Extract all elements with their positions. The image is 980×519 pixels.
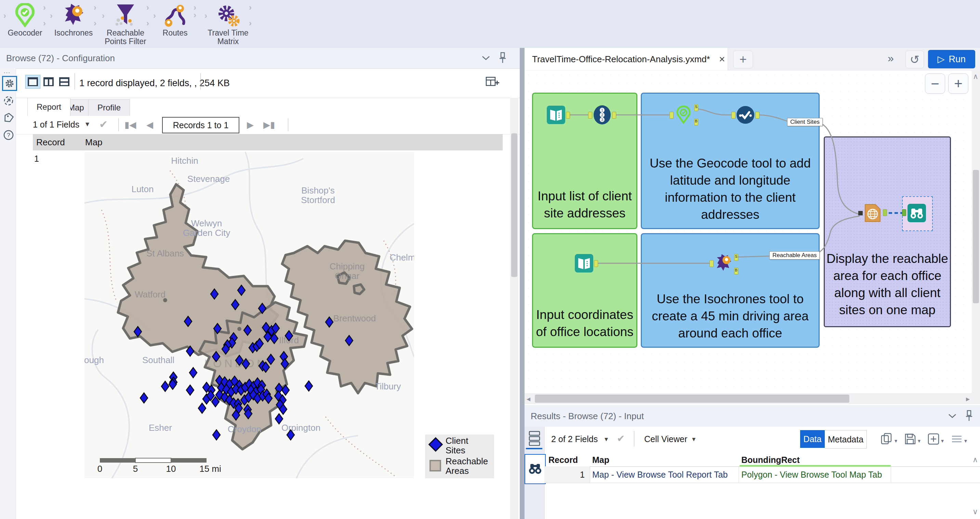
data-tab-button[interactable]: Data (800, 430, 825, 448)
output-anchor-b: B (694, 119, 698, 126)
cell-boundingrect[interactable]: Polygon - View Browse Tool Map Tab (741, 466, 882, 483)
copy-icon[interactable] (880, 432, 894, 446)
prev-record-button[interactable]: ◀ (146, 119, 153, 130)
scroll-left-icon[interactable]: ◂ (527, 395, 530, 403)
record-id-tool[interactable]: 1 2 3 (592, 105, 612, 125)
column-header-record[interactable]: Record (33, 134, 83, 150)
schedule-history-button[interactable]: ↺ (905, 51, 924, 68)
workflow-tab-title: TravelTime-Office-Relocation-Analysis.yx… (532, 54, 710, 65)
save-icon[interactable] (904, 432, 917, 446)
menu-lines-icon[interactable] (950, 432, 964, 446)
vertical-split-layout-button[interactable] (41, 75, 56, 89)
map-label-watford: Watford (135, 289, 165, 299)
next-record-button[interactable]: ▶ (247, 119, 254, 130)
new-window-icon[interactable] (927, 432, 940, 446)
results-col-record[interactable]: Record (549, 455, 578, 465)
run-button[interactable]: ▷ Run (928, 50, 975, 68)
palette-tool-isochrones[interactable]: › › › Isochrones (51, 2, 96, 37)
overflow-tabs-button[interactable]: » (888, 52, 894, 65)
results-col-map[interactable]: Map (592, 455, 609, 465)
tab-report[interactable]: Report (27, 98, 70, 116)
input-anchor (732, 112, 735, 119)
anchor-chevron-icon: › (249, 3, 252, 12)
browse-panel-header: Browse (72) - Configuration (0, 48, 520, 69)
cell-viewer-dropdown-icon[interactable]: ▾ (692, 435, 695, 443)
workflow-canvas[interactable]: Input list of client site addresses Use … (525, 71, 972, 393)
records-range-box[interactable]: Records 1 to 1 (162, 117, 239, 133)
minus-icon: − (931, 76, 939, 92)
new-window-dropdown-icon[interactable]: ▾ (941, 438, 944, 444)
menu-dropdown-icon[interactable]: ▾ (964, 438, 967, 444)
panel-splitter[interactable] (520, 48, 525, 519)
horizontal-split-layout-button[interactable] (57, 75, 72, 89)
navigation-tab-button[interactable] (3, 95, 14, 107)
collapse-chevron-icon[interactable] (948, 413, 957, 419)
results-col-boundingrect[interactable]: BoundingRect (741, 455, 800, 465)
browse-tool[interactable] (907, 203, 927, 223)
binoculars-icon (528, 463, 542, 475)
wire-label-client-sites[interactable]: Client Sites (787, 118, 823, 126)
output-anchor (883, 209, 887, 216)
report-map-tool[interactable] (862, 203, 882, 223)
isochrones-tool[interactable]: S B (714, 253, 733, 273)
wire-label-reachable-areas[interactable]: Reachable Areas (769, 251, 819, 260)
help-tab-button[interactable]: ? (3, 129, 14, 141)
palette-tool-travel-time-matrix[interactable]: › › › Travel Time Matrix (202, 2, 254, 46)
anchor-chevron-icon: › (249, 19, 252, 28)
pin-icon[interactable] (498, 52, 507, 64)
apply-check-icon[interactable]: ✔ (99, 118, 108, 130)
canvas-h-scrollbar[interactable]: ◂ ▸ (525, 393, 972, 404)
save-dropdown-icon[interactable]: ▾ (918, 438, 921, 444)
browse-view-tabs: Report Map Profile (16, 98, 520, 116)
cell-viewer-button[interactable]: Cell Viewer (644, 434, 687, 444)
copy-dropdown-icon[interactable]: ▾ (894, 438, 897, 444)
scroll-right-icon[interactable]: ▸ (966, 395, 970, 403)
palette-tool-geocoder[interactable]: › › › Geocoder (5, 2, 45, 37)
tag-tab-button[interactable] (3, 112, 14, 124)
fields-dropdown-icon[interactable]: ▾ (86, 119, 89, 129)
apply-check-icon[interactable]: ✔ (617, 433, 625, 444)
fields-dropdown-icon[interactable]: ▾ (605, 435, 608, 443)
browse-source-cell[interactable] (525, 454, 546, 484)
workflow-tab[interactable]: TravelTime-Office-Relocation-Analysis.yx… (525, 48, 728, 70)
select-tool[interactable] (735, 105, 755, 125)
tab-profile[interactable]: Profile (88, 99, 130, 116)
collapse-chevron-icon[interactable] (482, 56, 490, 61)
first-record-button[interactable]: ▮◀ (124, 119, 136, 130)
canvas-v-scrollbar[interactable]: ∧ (972, 71, 980, 404)
input-data-tool[interactable] (546, 105, 566, 125)
output-anchor (594, 260, 598, 267)
column-header-map[interactable]: Map (82, 134, 503, 150)
browse-scrollbar[interactable] (510, 98, 519, 519)
record-navigator: 1 of 1 Fields ▾ ✔ ▮◀ ◀ Records 1 to 1 ▶ … (16, 116, 520, 134)
table-options-button[interactable] (485, 76, 499, 89)
new-tab-button[interactable]: + (733, 51, 753, 68)
results-scroll-down-icon[interactable]: ∨ (972, 507, 978, 516)
record-id-icon: 1 2 3 (592, 105, 612, 125)
wire-clientsites-to-reportmap (819, 123, 860, 214)
close-tab-icon[interactable]: × (719, 53, 725, 65)
last-record-button[interactable]: ▶▮ (263, 119, 275, 130)
table-rows-icon[interactable] (529, 431, 540, 446)
geocoder-tool[interactable]: S B (674, 105, 694, 125)
scalebar-segment (100, 458, 135, 463)
output-anchor-b: B (734, 268, 738, 275)
palette-tool-routes[interactable]: › › › Routes (154, 2, 196, 37)
metadata-tab-button[interactable]: Metadata (825, 430, 867, 449)
configuration-tab-button[interactable] (2, 76, 17, 91)
zoom-out-button[interactable]: − (925, 73, 945, 94)
pin-icon[interactable] (965, 410, 973, 422)
map-label-croydon: Croydon (228, 424, 261, 434)
input-data-tool-2[interactable] (574, 253, 594, 273)
palette-tool-reachable-points-filter[interactable]: › › › Reachable Points Filter (100, 2, 151, 46)
wire-reachable-to-reportmap (809, 216, 860, 256)
results-fields-selector[interactable]: 2 of 2 Fields (551, 434, 598, 444)
scroll-up-icon[interactable]: ∧ (973, 72, 978, 81)
scalebar-segment (171, 458, 207, 463)
zoom-in-button[interactable]: + (948, 73, 968, 94)
fields-selector[interactable]: 1 of 1 Fields (33, 119, 80, 130)
results-scroll-up-icon[interactable]: ∧ (972, 455, 978, 464)
single-pane-layout-button[interactable] (25, 75, 40, 89)
cell-map[interactable]: Map - View Browse Tool Report Tab (592, 466, 728, 483)
results-table-row[interactable]: 1 Map - View Browse Tool Report Tab Poly… (544, 466, 980, 483)
